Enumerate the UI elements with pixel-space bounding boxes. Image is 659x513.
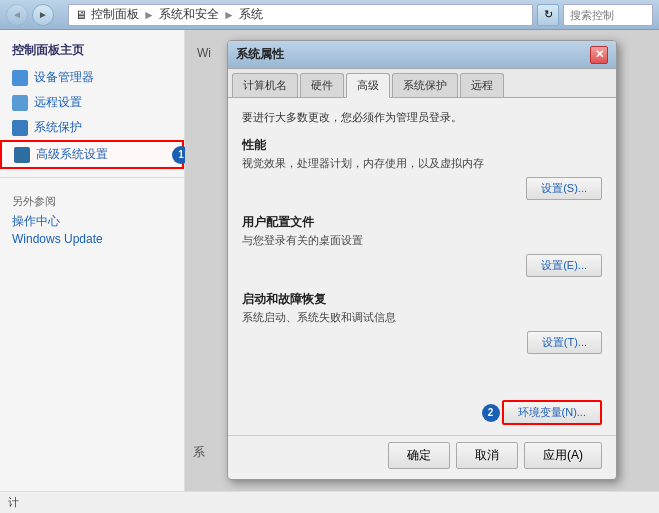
system-properties-dialog: 系统属性 ✕ 计算机名 硬件 高级 系统保护 远程 要进行大多数更改，您必须作为…: [227, 40, 617, 480]
sidebar-item-remote-label: 远程设置: [34, 94, 82, 111]
sidebar-other-title: 另外参阅: [12, 194, 172, 209]
dialog-body: 要进行大多数更改，您必须作为管理员登录。 性能 视觉效果，处理器计划，内存使用，…: [228, 98, 616, 392]
sidebar-item-protect[interactable]: 系统保护: [0, 115, 184, 140]
status-bar: 计: [0, 491, 659, 513]
badge-2: 2: [482, 404, 500, 422]
performance-settings-button[interactable]: 设置(S)...: [526, 177, 602, 200]
sidebar-item-advanced-label: 高级系统设置: [36, 146, 108, 163]
sidebar-divider: [0, 177, 184, 178]
sidebar-item-advanced[interactable]: 高级系统设置 1: [0, 140, 184, 169]
dialog-title-bar: 系统属性 ✕: [228, 41, 616, 69]
sidebar-item-device[interactable]: 设备管理器: [0, 65, 184, 90]
env-variables-button[interactable]: 2 环境变量(N)...: [502, 400, 602, 425]
user-profiles-section: 用户配置文件 与您登录有关的桌面设置 设置(E)...: [242, 214, 602, 277]
protect-icon: [12, 120, 28, 136]
breadcrumb-part2[interactable]: 系统和安全: [159, 6, 219, 23]
link-action-center[interactable]: 操作中心: [12, 213, 172, 230]
user-profiles-settings-button[interactable]: 设置(E)...: [526, 254, 602, 277]
env-btn-label: 环境变量(N)...: [518, 406, 586, 418]
apply-button[interactable]: 应用(A): [524, 442, 602, 469]
startup-recovery-desc: 系统启动、系统失败和调试信息: [242, 310, 602, 325]
tab-advanced[interactable]: 高级: [346, 73, 390, 98]
cancel-button[interactable]: 取消: [456, 442, 518, 469]
sidebar-item-remote[interactable]: 远程设置: [0, 90, 184, 115]
main-window: ◄ ► 🖥 控制面板 ► 系统和安全 ► 系统 ↻ 控制面板主页 设备管理器: [0, 0, 659, 513]
title-bar: ◄ ► 🖥 控制面板 ► 系统和安全 ► 系统 ↻: [0, 0, 659, 30]
breadcrumb-sep1: ►: [143, 8, 155, 22]
status-item: 计: [8, 495, 19, 510]
user-profiles-desc: 与您登录有关的桌面设置: [242, 233, 602, 248]
breadcrumb-part1[interactable]: 控制面板: [91, 6, 139, 23]
breadcrumb: 🖥 控制面板 ► 系统和安全 ► 系统: [68, 4, 533, 26]
link-windows-update[interactable]: Windows Update: [12, 232, 172, 246]
device-icon: [12, 70, 28, 86]
sidebar: 控制面板主页 设备管理器 远程设置 系统保护 高级系统设置 1 另外参阅: [0, 30, 185, 491]
breadcrumb-icon: 🖥: [75, 8, 87, 22]
tab-computer-name[interactable]: 计算机名: [232, 73, 298, 97]
sidebar-item-protect-label: 系统保护: [34, 119, 82, 136]
dialog-overlay: 系统属性 ✕ 计算机名 硬件 高级 系统保护 远程 要进行大多数更改，您必须作为…: [185, 30, 659, 491]
performance-section: 性能 视觉效果，处理器计划，内存使用，以及虚拟内存 设置(S)...: [242, 137, 602, 200]
remote-icon: [12, 95, 28, 111]
startup-recovery-title: 启动和故障恢复: [242, 291, 602, 308]
content-area: 控制面板主页 设备管理器 远程设置 系统保护 高级系统设置 1 另外参阅: [0, 30, 659, 491]
user-profiles-title: 用户配置文件: [242, 214, 602, 231]
startup-recovery-settings-button[interactable]: 设置(T)...: [527, 331, 602, 354]
back-button[interactable]: ◄: [6, 4, 28, 26]
env-row: 2 环境变量(N)...: [242, 400, 602, 425]
tab-system-protect[interactable]: 系统保护: [392, 73, 458, 97]
dialog-note: 要进行大多数更改，您必须作为管理员登录。: [242, 110, 602, 125]
dialog-title: 系统属性: [236, 46, 284, 63]
refresh-button[interactable]: ↻: [537, 4, 559, 26]
user-profiles-btn-row: 设置(E)...: [242, 254, 602, 277]
ok-button[interactable]: 确定: [388, 442, 450, 469]
dialog-footer: 确定 取消 应用(A): [228, 435, 616, 479]
sidebar-bottom: 另外参阅 操作中心 Windows Update: [0, 186, 184, 256]
advanced-icon: [14, 147, 30, 163]
performance-title: 性能: [242, 137, 602, 154]
breadcrumb-sep2: ►: [223, 8, 235, 22]
sidebar-item-device-label: 设备管理器: [34, 69, 94, 86]
startup-recovery-btn-row: 设置(T)...: [242, 331, 602, 354]
forward-button[interactable]: ►: [32, 4, 54, 26]
tabs-bar: 计算机名 硬件 高级 系统保护 远程: [228, 69, 616, 98]
dialog-bottom: 2 环境变量(N)...: [228, 392, 616, 435]
performance-desc: 视觉效果，处理器计划，内存使用，以及虚拟内存: [242, 156, 602, 171]
tab-remote[interactable]: 远程: [460, 73, 504, 97]
main-content: Wi 系统属性 ✕ 计算机名 硬件 高级 系统保护 远程: [185, 30, 659, 491]
performance-btn-row: 设置(S)...: [242, 177, 602, 200]
nav-area: ◄ ► 🖥 控制面板 ► 系统和安全 ► 系统 ↻: [6, 4, 653, 26]
dialog-close-button[interactable]: ✕: [590, 46, 608, 64]
tab-hardware[interactable]: 硬件: [300, 73, 344, 97]
sidebar-main-title: 控制面板主页: [0, 38, 184, 65]
breadcrumb-part3[interactable]: 系统: [239, 6, 263, 23]
startup-recovery-section: 启动和故障恢复 系统启动、系统失败和调试信息 设置(T)...: [242, 291, 602, 354]
search-input[interactable]: [563, 4, 653, 26]
